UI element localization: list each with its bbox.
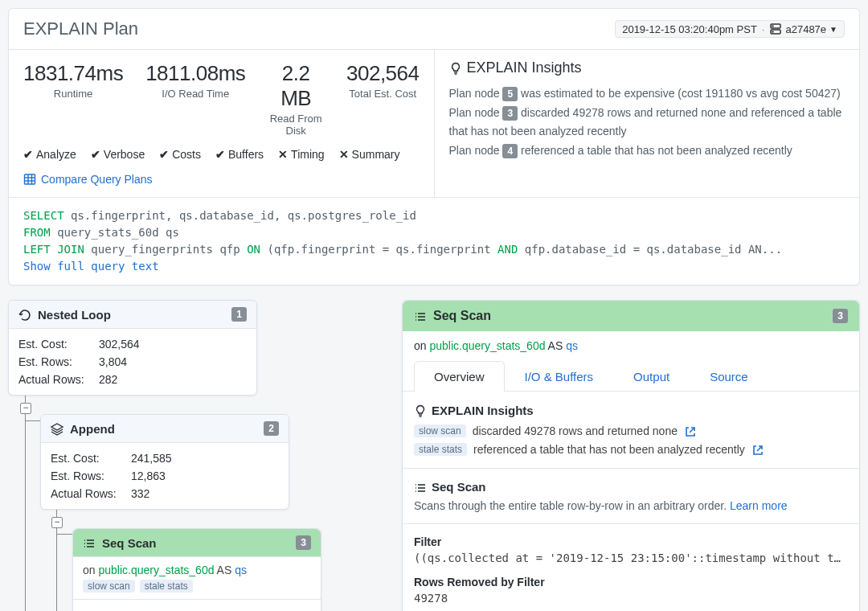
row-key: Est. Cost: xyxy=(51,452,131,465)
list-icon xyxy=(83,535,96,550)
rows-removed-value: 49278 xyxy=(414,592,848,605)
node-badge: 3 xyxy=(502,106,518,121)
stat-value: 1811.08ms xyxy=(145,61,245,86)
tag-stale-stats: stale stats xyxy=(414,443,467,456)
node-badge: 5 xyxy=(502,87,518,101)
sql-preview: SELECT qs.fingerprint, qs.database_id, q… xyxy=(9,197,859,285)
check-icon: ✔ xyxy=(91,148,100,161)
filter-label: Filter xyxy=(414,535,848,548)
plan-node-seq-scan[interactable]: Seq Scan 3 on public.query_stats_60d AS … xyxy=(72,528,321,611)
stat-read-from-disk: 2.2 MB Read From Disk xyxy=(268,61,324,137)
row-value: 3,804 xyxy=(99,355,127,368)
check-icon: ✔ xyxy=(215,148,225,161)
detail-insight-line: slow scan discarded 49278 rows and retur… xyxy=(414,424,848,437)
insight-line: Plan node 3 discarded 49278 rows and ret… xyxy=(449,104,845,140)
show-full-query-link[interactable]: Show full query text xyxy=(23,260,159,273)
svg-point-2 xyxy=(772,26,773,27)
tree-toggle[interactable] xyxy=(51,517,63,528)
tree-toggle[interactable] xyxy=(20,403,31,414)
row-key: Actual Rows: xyxy=(51,487,131,500)
node-title: Nested Loop xyxy=(38,308,111,322)
server-id: a27487e xyxy=(785,23,826,35)
flag-verbose: ✔Verbose xyxy=(91,148,145,161)
node-badge: 3 xyxy=(296,535,311,550)
stat-value: 1831.74ms xyxy=(23,61,123,86)
detail-on-clause: on public.query_stats_60d AS qs xyxy=(403,331,859,360)
check-icon: ✔ xyxy=(159,148,169,161)
external-link-icon[interactable] xyxy=(751,443,764,457)
detail-node-type-title: Seq Scan xyxy=(414,480,848,494)
flag-costs: ✔Costs xyxy=(159,148,201,161)
flag-timing: ✕Timing xyxy=(278,148,325,161)
svg-marker-11 xyxy=(51,424,63,430)
row-value: 241,585 xyxy=(131,452,172,465)
learn-more-link[interactable]: Learn more xyxy=(730,499,788,512)
detail-node-type-desc: Scans through the entire table row-by-ro… xyxy=(414,499,848,512)
timestamp: 2019-12-15 03:20:40pm PST xyxy=(622,23,757,35)
external-link-icon[interactable] xyxy=(684,424,697,437)
detail-insight-line: stale stats referenced a table that has … xyxy=(414,443,848,457)
stat-value: 2.2 MB xyxy=(268,61,324,111)
chevron-down-icon: ▼ xyxy=(829,25,837,34)
list-icon xyxy=(414,480,427,494)
row-key: Est. Cost: xyxy=(18,338,99,351)
node-badge: 4 xyxy=(502,144,518,158)
row-key: Est. Rows: xyxy=(51,470,131,482)
tree-line xyxy=(25,380,26,611)
tab-io-buffers[interactable]: I/O & Buffers xyxy=(505,361,614,392)
row-value: 332 xyxy=(131,487,149,500)
tag-slow-scan: slow scan xyxy=(83,580,135,593)
table-icon xyxy=(23,172,36,186)
layers-icon xyxy=(51,421,63,436)
row-value: 12,863 xyxy=(131,470,166,482)
filter-value: ((qs.collected_at = '2019-12-15 23:15:00… xyxy=(414,552,848,564)
stat-label: Read From Disk xyxy=(268,113,324,137)
lightbulb-icon xyxy=(449,59,462,76)
tag-slow-scan: slow scan xyxy=(414,424,466,437)
tab-overview[interactable]: Overview xyxy=(414,361,505,392)
rows-removed-label: Rows Removed by Filter xyxy=(414,576,848,588)
list-icon xyxy=(414,309,427,323)
x-icon: ✕ xyxy=(339,148,349,161)
detail-title: Seq Scan xyxy=(433,309,491,323)
svg-line-27 xyxy=(757,446,762,451)
check-icon: ✔ xyxy=(23,148,33,161)
row-key: Est. Rows: xyxy=(18,355,99,368)
plan-node-append[interactable]: Append 2 Est. Cost:241,585 Est. Rows:12,… xyxy=(40,414,289,510)
x-icon: ✕ xyxy=(278,148,288,161)
lightbulb-icon xyxy=(414,403,427,417)
insight-line: Plan node 4 referenced a table that has … xyxy=(449,141,845,159)
plan-node-nested-loop[interactable]: Nested Loop 1 Est. Cost:302,564 Est. Row… xyxy=(8,300,257,396)
node-on-clause: on public.query_stats_60d AS qs xyxy=(73,557,321,580)
tab-source[interactable]: Source xyxy=(690,361,768,392)
svg-rect-4 xyxy=(25,174,35,184)
flag-analyze: ✔Analyze xyxy=(23,148,76,161)
row-value: 302,564 xyxy=(99,338,140,351)
stat-runtime: 1831.74ms Runtime xyxy=(23,61,123,137)
compare-plans-link[interactable]: Compare Query Plans xyxy=(41,173,153,186)
node-badge: 1 xyxy=(231,307,247,322)
tag-stale-stats: stale stats xyxy=(140,580,193,593)
stat-io-read-time: 1811.08ms I/O Read Time xyxy=(145,61,245,137)
svg-line-26 xyxy=(690,428,694,433)
detail-insights-title: EXPLAIN Insights xyxy=(414,403,848,417)
server-icon xyxy=(769,23,782,36)
insight-line: Plan node 5 was estimated to be expensiv… xyxy=(449,84,845,102)
insights-title: EXPLAIN Insights xyxy=(449,59,845,76)
row-key: Actual Rows: xyxy=(18,373,99,386)
node-detail-panel: Seq Scan 3 on public.query_stats_60d AS … xyxy=(402,300,860,611)
sample-selector[interactable]: 2019-12-15 03:20:40pm PST · a27487e ▼ xyxy=(615,20,845,39)
stat-label: Runtime xyxy=(23,88,123,100)
stat-label: Total Est. Cost xyxy=(346,88,419,100)
stat-label: I/O Read Time xyxy=(145,88,245,100)
node-badge: 3 xyxy=(833,309,848,323)
node-title: Append xyxy=(70,422,115,436)
node-badge: 2 xyxy=(264,421,279,436)
svg-point-3 xyxy=(772,31,773,32)
tab-output[interactable]: Output xyxy=(613,361,690,392)
page-title: EXPLAIN Plan xyxy=(23,18,138,39)
row-value: 282 xyxy=(99,373,117,386)
tree-line xyxy=(56,493,57,611)
stat-total-cost: 302,564 Total Est. Cost xyxy=(346,61,419,137)
loop-icon xyxy=(18,307,31,322)
